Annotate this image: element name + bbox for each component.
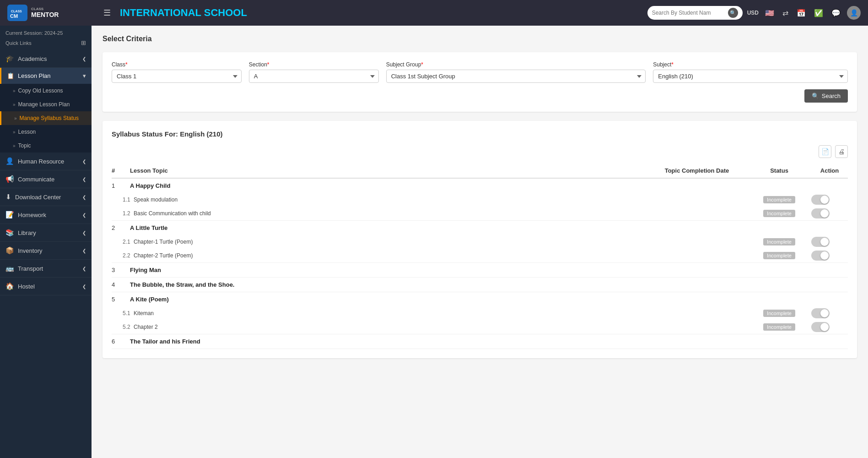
sub-1-1-num: 1.1 (112, 196, 130, 203)
class-form-group: Class* Class 1 Class 2 Class 3 (112, 61, 242, 83)
sub-2-2-action[interactable] (811, 251, 848, 261)
lesson-row-1: 1 A Happy Child 1.1 Speak modulation Inc… (112, 179, 848, 221)
toggle-knob-1-2 (820, 209, 829, 218)
export-pdf-icon: 📄 (821, 148, 829, 155)
lesson-6-title: The Tailor and his Friend (130, 338, 647, 345)
toggle-1-2[interactable] (811, 208, 830, 218)
syllabus-title: Syllabus Status For: English (210) (112, 130, 848, 138)
school-title: INTERNATIONAL SCHOOL (120, 7, 642, 19)
copy-old-lessons-arrow-icon: » (13, 88, 16, 93)
top-nav-right: 🔍 USD 🇺🇸 ⇄ 📅 ✅ 💬 👤 (647, 6, 861, 20)
sidebar-item-lesson-plan-label: Lesson Plan (18, 72, 51, 79)
student-search-button[interactable]: 🔍 (728, 8, 738, 18)
lesson-3-main: 3 Flying Man (112, 263, 848, 277)
sidebar-item-copy-old-lessons[interactable]: » Copy Old Lessons (0, 84, 92, 98)
toggle-2-1[interactable] (811, 237, 830, 247)
lesson-4-number: 4 (112, 281, 130, 288)
hostel-icon: 🏠 (5, 282, 14, 290)
sidebar-item-lesson-plan[interactable]: 📋 Lesson Plan ▾ (0, 68, 92, 84)
grid-icon[interactable]: ⊞ (81, 39, 86, 46)
form-row: Class* Class 1 Class 2 Class 3 Section* … (112, 61, 848, 83)
top-navigation: CLASS CM CLASS MENTOR ☰ INTERNATIONAL SC… (0, 0, 868, 26)
sub-5-2-action[interactable] (811, 322, 848, 332)
calendar-icon-button[interactable]: 📅 (795, 7, 808, 19)
lesson-6-main: 6 The Tailor and his Friend (112, 334, 848, 349)
student-search-input[interactable] (652, 10, 725, 16)
status-badge-2-1: Incomplete (763, 238, 795, 245)
search-button[interactable]: 🔍 Search (804, 89, 848, 103)
sub-row-2-2: 2.2 Chapter-2 Turtle (Poem) Incomplete (112, 249, 848, 262)
sub-1-2-num: 1.2 (112, 210, 130, 217)
lesson-3-number: 3 (112, 267, 130, 273)
sub-5-2-title: Chapter 2 (130, 324, 647, 330)
academics-arrow-icon: ❮ (82, 56, 86, 61)
sidebar-item-communicate[interactable]: 📢 Communicate ❮ (0, 170, 92, 188)
header-action: Action (811, 167, 848, 174)
sidebar-item-library-label: Library (18, 229, 36, 236)
subject-select[interactable]: English (210) Maths (211) (653, 70, 848, 83)
status-badge-5-1: Incomplete (763, 310, 795, 317)
toggle-knob-5-2 (820, 323, 829, 331)
flag-button[interactable]: 🇺🇸 (763, 7, 776, 19)
lesson-2-number: 2 (112, 224, 130, 231)
sub-2-1-action[interactable] (811, 237, 848, 247)
toggle-5-2[interactable] (811, 322, 830, 332)
sidebar-item-human-resource[interactable]: 👤 Human Resource ❮ (0, 153, 92, 170)
sidebar-item-manage-lesson-plan[interactable]: » Manage Lesson Plan (0, 98, 92, 111)
sub-1-1-status: Incomplete (747, 196, 811, 203)
results-section: Syllabus Status For: English (210) 📄 🖨 #… (102, 121, 857, 358)
header-topic: Lesson Topic (130, 167, 647, 174)
sidebar-item-transport-label: Transport (18, 265, 43, 272)
hamburger-button[interactable]: ☰ (100, 6, 114, 20)
sub-1-2-action[interactable] (811, 208, 848, 218)
logo-text: CLASS MENTOR (31, 7, 59, 19)
class-select[interactable]: Class 1 Class 2 Class 3 (112, 70, 242, 83)
sub-2-2-title: Chapter-2 Turtle (Poem) (130, 252, 647, 259)
subject-group-form-group: Subject Group* Class 1st Subject Group (386, 61, 646, 83)
manage-syllabus-status-label: Manage Syllabus Status (20, 115, 79, 121)
sub-2-1-num: 2.1 (112, 239, 130, 245)
sidebar-item-human-resource-label: Human Resource (18, 158, 64, 165)
toggle-5-1[interactable] (811, 308, 830, 318)
sidebar-item-transport[interactable]: 🚌 Transport ❮ (0, 260, 92, 278)
sidebar-item-manage-syllabus-status[interactable]: » Manage Syllabus Status (0, 111, 92, 125)
status-badge-1-1: Incomplete (763, 196, 795, 203)
lesson-row-2: 2 A Little Turtle 2.1 Chapter-1 Turtle (… (112, 221, 848, 263)
sub-1-1-action[interactable] (811, 195, 848, 205)
whatsapp-icon-button[interactable]: 💬 (830, 7, 842, 19)
sidebar-item-hostel[interactable]: 🏠 Hostel ❮ (0, 278, 92, 295)
lesson-row-4: 4 The Bubble, the Straw, and the Shoe. (112, 278, 848, 292)
export-pdf-button[interactable]: 📄 (819, 145, 831, 158)
toggle-2-2[interactable] (811, 251, 830, 261)
print-button[interactable]: 🖨 (835, 145, 848, 158)
student-search-box: 🔍 (647, 6, 743, 20)
user-avatar[interactable]: 👤 (847, 6, 861, 20)
sidebar-item-homework[interactable]: 📝 Homework ❮ (0, 206, 92, 224)
sidebar-item-lesson[interactable]: » Lesson (0, 125, 92, 139)
lesson-plan-icon: 📋 (7, 72, 14, 79)
sidebar-item-download-center[interactable]: ⬇ Download Center ❮ (0, 188, 92, 206)
sidebar-item-inventory[interactable]: 📦 Inventory ❮ (0, 242, 92, 260)
inventory-icon: 📦 (5, 246, 14, 255)
check-icon-button[interactable]: ✅ (812, 7, 825, 19)
lesson-6-number: 6 (112, 338, 130, 345)
sub-row-1-1: 1.1 Speak modulation Incomplete (112, 193, 848, 207)
subject-group-select[interactable]: Class 1st Subject Group (386, 70, 646, 83)
svg-text:CM: CM (10, 13, 18, 19)
section-select[interactable]: A B C (249, 70, 379, 83)
sidebar-item-library[interactable]: 📚 Library ❮ (0, 224, 92, 242)
section-label: Section* (249, 61, 379, 68)
lesson-4-title: The Bubble, the Straw, and the Shoe. (130, 281, 647, 288)
sidebar-item-academics[interactable]: 🎓 Academics ❮ (0, 50, 92, 68)
lesson-5-title: A Kite (Poem) (130, 296, 647, 303)
sub-5-1-action[interactable] (811, 308, 848, 318)
sidebar-item-academics-label: Academics (18, 55, 47, 62)
class-label: Class* (112, 61, 242, 68)
toggle-1-1[interactable] (811, 195, 830, 205)
transfer-icon-button[interactable]: ⇄ (781, 7, 790, 19)
sub-5-1-status: Incomplete (747, 310, 811, 317)
lesson-label: Lesson (18, 129, 36, 135)
print-icon: 🖨 (838, 148, 845, 155)
sidebar-item-topic[interactable]: » Topic (0, 139, 92, 153)
subject-group-label: Subject Group* (386, 61, 646, 68)
